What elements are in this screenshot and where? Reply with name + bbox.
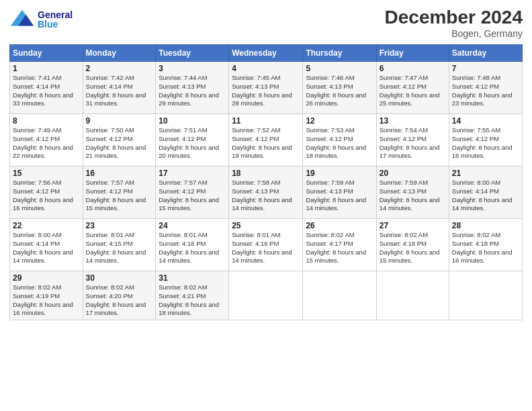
col-sunday: Sunday — [10, 45, 83, 62]
cell-3: 3 Sunrise: 7:44 AMSunset: 4:13 PMDayligh… — [156, 62, 229, 114]
cell-21: 21 Sunrise: 8:00 AMSunset: 4:14 PMDaylig… — [449, 167, 522, 219]
cell-31: 31 Sunrise: 8:02 AMSunset: 4:21 PMDaylig… — [156, 271, 229, 320]
cell-25: 25 Sunrise: 8:01 AMSunset: 4:16 PMDaylig… — [229, 219, 303, 271]
cell-14: 14 Sunrise: 7:55 AMSunset: 4:12 PMDaylig… — [449, 114, 522, 167]
cell-2: 2 Sunrise: 7:42 AMSunset: 4:14 PMDayligh… — [83, 62, 156, 114]
cell-28: 28 Sunrise: 8:02 AMSunset: 4:18 PMDaylig… — [449, 219, 522, 271]
cell-5: 5 Sunrise: 7:46 AMSunset: 4:13 PMDayligh… — [303, 62, 376, 114]
col-tuesday: Tuesday — [156, 45, 229, 62]
logo-general: General — [38, 10, 73, 19]
cell-23: 23 Sunrise: 8:01 AMSunset: 4:15 PMDaylig… — [83, 219, 156, 271]
location: Bogen, Germany — [385, 28, 523, 39]
col-saturday: Saturday — [449, 45, 522, 62]
title-section: December 2024 Bogen, Germany — [385, 7, 523, 39]
table-row: 8 Sunrise: 7:49 AMSunset: 4:12 PMDayligh… — [10, 114, 523, 167]
cell-22: 22 Sunrise: 8:00 AMSunset: 4:14 PMDaylig… — [10, 219, 83, 271]
cell-17: 17 Sunrise: 7:57 AMSunset: 4:12 PMDaylig… — [156, 167, 229, 219]
cell-1: 1 Sunrise: 7:41 AMSunset: 4:14 PMDayligh… — [10, 62, 83, 114]
cell-18: 18 Sunrise: 7:58 AMSunset: 4:13 PMDaylig… — [229, 167, 303, 219]
cell-10: 10 Sunrise: 7:51 AMSunset: 4:12 PMDaylig… — [156, 114, 229, 167]
cell-6: 6 Sunrise: 7:47 AMSunset: 4:12 PMDayligh… — [376, 62, 449, 114]
cell-27: 27 Sunrise: 8:02 AMSunset: 4:18 PMDaylig… — [376, 219, 449, 271]
cell-empty-3 — [376, 271, 449, 320]
calendar-table: Sunday Monday Tuesday Wednesday Thursday… — [9, 44, 523, 320]
col-monday: Monday — [83, 45, 156, 62]
table-row: 15 Sunrise: 7:56 AMSunset: 4:12 PMDaylig… — [10, 167, 523, 219]
cell-13: 13 Sunrise: 7:54 AMSunset: 4:12 PMDaylig… — [376, 114, 449, 167]
cell-empty-1 — [229, 271, 303, 320]
cell-19: 19 Sunrise: 7:59 AMSunset: 4:13 PMDaylig… — [303, 167, 376, 219]
table-row: 22 Sunrise: 8:00 AMSunset: 4:14 PMDaylig… — [10, 219, 523, 271]
cell-9: 9 Sunrise: 7:50 AMSunset: 4:12 PMDayligh… — [83, 114, 156, 167]
col-friday: Friday — [376, 45, 449, 62]
col-wednesday: Wednesday — [229, 45, 303, 62]
cell-12: 12 Sunrise: 7:53 AMSunset: 4:12 PMDaylig… — [303, 114, 376, 167]
logo: General Blue — [9, 7, 73, 32]
cell-15: 15 Sunrise: 7:56 AMSunset: 4:12 PMDaylig… — [10, 167, 83, 219]
cell-8: 8 Sunrise: 7:49 AMSunset: 4:12 PMDayligh… — [10, 114, 83, 167]
cell-7: 7 Sunrise: 7:48 AMSunset: 4:12 PMDayligh… — [449, 62, 522, 114]
table-row: 29 Sunrise: 8:02 AMSunset: 4:19 PMDaylig… — [10, 271, 523, 320]
table-row: 1 Sunrise: 7:41 AMSunset: 4:14 PMDayligh… — [10, 62, 523, 114]
header-row: Sunday Monday Tuesday Wednesday Thursday… — [10, 45, 523, 62]
cell-26: 26 Sunrise: 8:02 AMSunset: 4:17 PMDaylig… — [303, 219, 376, 271]
logo-blue: Blue — [38, 19, 73, 29]
cell-11: 11 Sunrise: 7:52 AMSunset: 4:12 PMDaylig… — [229, 114, 303, 167]
cell-16: 16 Sunrise: 7:57 AMSunset: 4:12 PMDaylig… — [83, 167, 156, 219]
header: General Blue December 2024 Bogen, German… — [9, 7, 523, 39]
cell-4: 4 Sunrise: 7:45 AMSunset: 4:13 PMDayligh… — [229, 62, 303, 114]
cell-empty-2 — [303, 271, 376, 320]
cell-24: 24 Sunrise: 8:01 AMSunset: 4:16 PMDaylig… — [156, 219, 229, 271]
logo-text: General Blue — [38, 10, 73, 29]
cell-30: 30 Sunrise: 8:02 AMSunset: 4:20 PMDaylig… — [83, 271, 156, 320]
cell-29: 29 Sunrise: 8:02 AMSunset: 4:19 PMDaylig… — [10, 271, 83, 320]
cell-empty-4 — [449, 271, 522, 320]
col-thursday: Thursday — [303, 45, 376, 62]
page-container: General Blue December 2024 Bogen, German… — [0, 0, 532, 326]
cell-20: 20 Sunrise: 7:59 AMSunset: 4:13 PMDaylig… — [376, 167, 449, 219]
month-title: December 2024 — [385, 7, 523, 28]
logo-icon — [9, 7, 35, 32]
